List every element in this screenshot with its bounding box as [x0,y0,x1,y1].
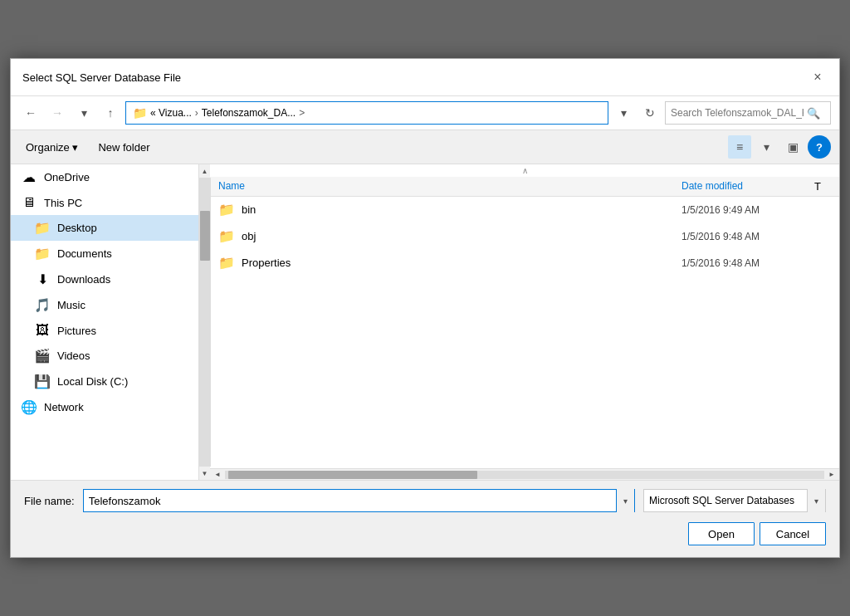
sidebar-label-network: Network [44,401,84,413]
cancel-button[interactable]: Cancel [760,522,826,545]
music-icon: 🎵 [34,297,51,313]
scrollbar-track [199,178,211,467]
sidebar-label-this-pc: This PC [44,197,82,209]
filename-label: File name: [24,495,75,507]
sidebar-item-network[interactable]: 🌐 Network [11,394,198,420]
action-row: Open Cancel [24,522,826,545]
view-dropdown-button[interactable]: ▾ [755,135,778,159]
col-date-header[interactable]: Date modified [681,180,814,193]
scrollbar-up-arrow[interactable]: ▲ [199,164,211,178]
file-list: 📁 bin 1/5/2016 9:49 AM 📁 obj 1/5/2016 9:… [210,197,839,468]
desktop-icon: 📁 [34,220,51,236]
sidebar-label-music: Music [57,299,85,311]
pictures-icon: 🖼 [34,323,51,338]
pane-button[interactable]: ▣ [781,135,804,159]
close-button[interactable]: × [808,67,828,87]
sidebar-item-videos[interactable]: 🎬 Videos [11,343,198,369]
search-box: 🔍 [665,101,831,125]
folder-icon: 📁 [218,255,235,271]
dropdown-button[interactable]: ▾ [72,101,95,125]
sidebar-label-documents: Documents [57,247,112,260]
scroll-up-indicator[interactable]: ∧ [210,164,839,177]
file-date: 1/5/2016 9:48 AM [681,231,814,242]
col-type-header: T [814,180,831,193]
filename-input[interactable] [84,495,616,507]
open-button[interactable]: Open [688,522,755,545]
nav-bar: ← → ▾ ↑ 📁 « Vizua... › Telefonszamok_DA.… [11,96,839,130]
bottom-area: File name: ▾ Microsoft SQL Server Databa… [11,480,839,557]
sidebar: ☁ OneDrive 🖥 This PC 📁 Desktop 📁 Documen… [11,164,198,480]
sidebar-label-desktop: Desktop [57,222,97,234]
forward-button[interactable]: → [46,101,69,125]
folder-icon: 📁 [133,106,147,120]
table-row[interactable]: 📁 bin 1/5/2016 9:49 AM [210,197,839,223]
breadcrumb-arrow: > [299,107,305,119]
sidebar-item-downloads[interactable]: ⬇ Downloads [11,266,198,292]
file-name: Properties [242,257,681,269]
sidebar-item-pictures[interactable]: 🖼 Pictures [11,318,198,343]
h-scrollbar[interactable]: ◄ ► [210,468,839,480]
breadcrumb-bar[interactable]: 📁 « Vizua... › Telefonszamok_DA... > [125,101,608,125]
file-name: bin [242,203,681,216]
sidebar-label-videos: Videos [57,350,90,362]
h-scroll-right[interactable]: ► [826,469,838,481]
list-view-button[interactable]: ≡ [728,135,751,159]
search-icon: 🔍 [807,107,820,120]
table-row[interactable]: 📁 obj 1/5/2016 9:48 AM [210,223,839,250]
downloads-icon: ⬇ [34,271,51,287]
sidebar-item-music[interactable]: 🎵 Music [11,292,198,318]
title-bar: Select SQL Server Database File × [11,59,839,96]
up-button[interactable]: ↑ [99,101,122,125]
breadcrumb-dropdown[interactable]: ▾ [612,101,635,125]
sidebar-item-desktop[interactable]: 📁 Desktop [11,215,198,241]
col-name-header[interactable]: Name [218,180,681,193]
sidebar-label-onedrive: OneDrive [44,171,90,183]
toolbar-right: ≡ ▾ ▣ ? [728,135,831,159]
refresh-button[interactable]: ↻ [638,101,662,125]
scrollbar-down-arrow[interactable]: ▼ [199,467,211,480]
back-button[interactable]: ← [19,101,42,125]
scrollbar-thumb[interactable] [200,211,210,261]
file-date: 1/5/2016 9:49 AM [681,204,814,216]
sidebar-scrollbar[interactable]: ▲ ▼ [198,164,210,480]
help-button[interactable]: ? [808,135,831,159]
folder-icon: 📁 [218,228,235,244]
folder-icon: 📁 [218,202,235,218]
sidebar-item-documents[interactable]: 📁 Documents [11,241,198,266]
sidebar-label-local-disk: Local Disk (C:) [57,375,128,388]
this-pc-icon: 🖥 [21,195,37,210]
filename-row: File name: ▾ Microsoft SQL Server Databa… [24,489,826,512]
sidebar-label-downloads: Downloads [57,273,110,286]
organize-button[interactable]: Organize ▾ [19,139,85,156]
dialog-title: Select SQL Server Database File [22,71,181,84]
file-date: 1/5/2016 9:48 AM [681,257,814,269]
filename-dropdown-button[interactable]: ▾ [616,489,634,512]
file-area: ∧ Name Date modified T 📁 bin 1/5/2016 9:… [210,164,839,480]
table-row[interactable]: 📁 Properties 1/5/2016 9:48 AM [210,250,839,276]
breadcrumb-sep1: › [195,107,198,119]
file-name: obj [242,230,681,242]
filetype-dropdown-button[interactable]: ▾ [807,489,825,512]
filename-input-wrapper: ▾ [83,489,635,512]
h-scroll-left[interactable]: ◄ [212,469,223,481]
h-scroll-track [225,471,824,479]
onedrive-icon: ☁ [21,169,37,185]
h-scroll-thumb[interactable] [228,471,477,479]
main-area: ☁ OneDrive 🖥 This PC 📁 Desktop 📁 Documen… [11,164,839,480]
sidebar-item-local-disk[interactable]: 💾 Local Disk (C:) [11,369,198,394]
sidebar-wrapper: ☁ OneDrive 🖥 This PC 📁 Desktop 📁 Documen… [11,164,210,480]
dialog-window: Select SQL Server Database File × ← → ▾ … [10,58,840,558]
breadcrumb-part2: Telefonszamok_DA... [202,107,296,119]
filetype-select-wrapper: Microsoft SQL Server Databases ▾ [643,489,826,512]
local-disk-icon: 💾 [34,374,51,389]
filetype-text: Microsoft SQL Server Databases [644,495,807,506]
network-icon: 🌐 [21,399,37,415]
file-list-header: Name Date modified T [210,177,839,197]
new-folder-button[interactable]: New folder [91,139,156,156]
search-input[interactable] [671,107,804,119]
toolbar: Organize ▾ New folder ≡ ▾ ▣ ? [11,130,839,164]
sidebar-label-pictures: Pictures [57,325,96,337]
breadcrumb-part1: « Vizua... [150,107,192,119]
sidebar-item-this-pc[interactable]: 🖥 This PC [11,190,198,215]
sidebar-item-onedrive[interactable]: ☁ OneDrive [11,164,198,190]
